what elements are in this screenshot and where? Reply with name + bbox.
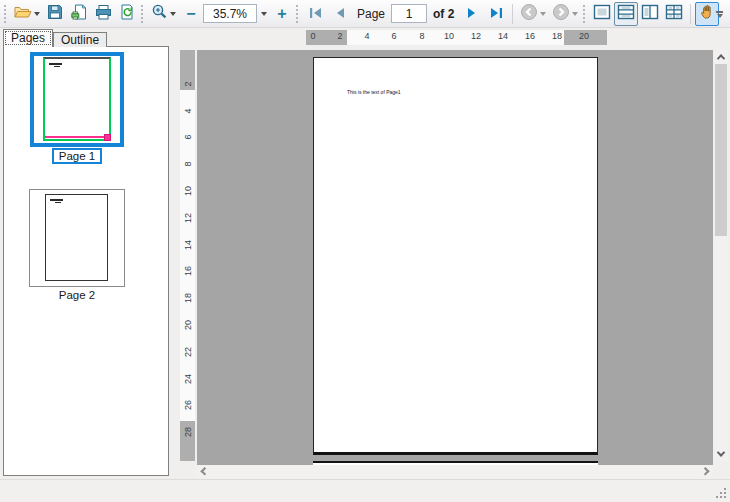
ruler-tick: 6 (384, 31, 404, 41)
ruler-tick: 18 (182, 291, 194, 306)
save-button[interactable] (43, 2, 67, 26)
zoom-in-icon: + (277, 6, 286, 22)
tab-pages[interactable]: Pages (3, 29, 53, 47)
continuous-view-icon (617, 4, 635, 24)
chevron-left-icon (200, 467, 208, 475)
toolbar-separator (690, 4, 691, 24)
previous-page-button[interactable] (327, 2, 351, 26)
facing-pages-view-button[interactable] (638, 2, 662, 26)
ruler-tick: 6 (182, 130, 194, 145)
zoom-input[interactable] (203, 4, 257, 23)
ruler-tick: 2 (330, 31, 350, 41)
ruler-tick: 12 (466, 31, 486, 41)
viewport-resize-handle[interactable] (104, 134, 111, 141)
zoom-out-button[interactable]: − (179, 2, 203, 26)
last-page-button[interactable] (484, 2, 508, 26)
ruler-tick: 8 (182, 157, 194, 172)
save-icon (47, 4, 63, 24)
tab-outline[interactable]: Outline (53, 32, 107, 47)
chevron-right-icon (701, 467, 709, 475)
horizontal-scrollbar[interactable] (197, 465, 713, 479)
page-2-thumbnail-page[interactable] (45, 194, 108, 281)
zoom-dropdown-caret (261, 12, 267, 16)
scroll-left-button[interactable] (197, 465, 211, 479)
ruler-tick: 18 (547, 31, 567, 41)
open-dropdown-caret[interactable] (34, 12, 40, 16)
scroll-right-button[interactable] (699, 465, 713, 479)
ruler-tick: 8 (412, 31, 432, 41)
last-page-icon (490, 5, 503, 23)
ruler-tick: 20 (574, 31, 594, 41)
scroll-down-button[interactable] (714, 447, 728, 461)
first-page-icon (309, 5, 322, 23)
ruler-tick: 10 (439, 31, 459, 41)
vertical-scrollbar[interactable] (714, 50, 728, 461)
pages-panel: Page 1 Page 2 (3, 46, 169, 476)
refresh-button[interactable] (115, 2, 139, 26)
refresh-document-icon (119, 4, 135, 24)
back-button[interactable] (517, 2, 549, 26)
scroll-up-button[interactable] (714, 50, 728, 64)
ruler-tick: 22 (182, 345, 194, 360)
page-2-thumbnail[interactable] (29, 189, 125, 287)
back-dropdown-caret[interactable] (540, 12, 546, 16)
continuous-facing-view-icon (665, 4, 683, 24)
sidebar-tabs: Pages Outline (3, 29, 107, 47)
forward-icon (552, 3, 570, 25)
forward-button[interactable] (549, 2, 581, 26)
window-resize-grip[interactable] (716, 488, 726, 498)
zoom-tool-button[interactable] (148, 2, 179, 26)
open-folder-icon (14, 4, 32, 24)
toolbar-gripper[interactable] (3, 5, 8, 23)
viewport-bottom-edge[interactable] (45, 136, 109, 138)
continuous-view-button[interactable] (614, 2, 638, 26)
forward-dropdown-caret[interactable] (572, 12, 578, 16)
page-setup-button[interactable] (67, 2, 91, 26)
toolbar-gripper[interactable] (582, 5, 587, 23)
zoom-dropdown-button[interactable] (257, 2, 270, 26)
ruler-tick: 12 (182, 211, 194, 226)
preview-canvas[interactable]: This is the text of Page1 (197, 50, 713, 465)
single-page-view-button[interactable] (590, 2, 614, 26)
chevron-up-icon (717, 54, 725, 62)
vertical-scrollbar-thumb[interactable] (715, 64, 727, 236)
toolbar-overflow-icon (716, 11, 723, 13)
ruler-tick: 0 (306, 31, 323, 41)
next-page-button[interactable] (460, 2, 484, 26)
page-count-label: of 2 (427, 7, 460, 21)
thumbnail-text-scribble (50, 199, 63, 201)
vertical-ruler: 2 4 6 8 10 12 14 16 18 20 22 24 26 28 (180, 50, 195, 461)
ruler-tick: 4 (182, 104, 194, 119)
single-page-view-icon (593, 4, 611, 24)
page-1-thumbnail[interactable] (30, 52, 124, 147)
thumbnail-text-scribble (49, 63, 62, 65)
toolbar-gripper[interactable] (140, 5, 145, 23)
zoom-tool-dropdown-caret[interactable] (170, 12, 176, 16)
ruler-tick: 14 (182, 238, 194, 253)
zoom-out-icon: − (186, 6, 195, 22)
ruler-tick: 4 (357, 31, 377, 41)
ruler-tick: 10 (182, 184, 194, 199)
toolbar-overflow-button[interactable] (712, 3, 727, 25)
continuous-facing-view-button[interactable] (662, 2, 686, 26)
document-page-1[interactable]: This is the text of Page1 (313, 57, 598, 455)
open-button[interactable] (11, 2, 43, 26)
page-2-thumbnail-label[interactable]: Page 2 (29, 289, 125, 301)
page-1-thumbnail-page[interactable] (43, 57, 111, 141)
horizontal-ruler: 0 2 4 6 8 10 12 14 16 18 20 (306, 30, 607, 45)
previous-page-icon (334, 5, 345, 23)
page-number-input[interactable] (391, 4, 427, 23)
toolbar-separator (512, 4, 513, 24)
back-icon (520, 3, 538, 25)
toolbar-overflow-caret (717, 14, 723, 18)
toolbar-gripper[interactable] (295, 5, 300, 23)
zoom-in-button[interactable]: + (270, 2, 294, 26)
print-button[interactable] (91, 2, 115, 26)
page-1-thumbnail-label[interactable]: Page 1 (52, 148, 102, 164)
ruler-tick: 28 (182, 425, 194, 440)
page-label: Page (351, 7, 391, 21)
ruler-tick: 24 (182, 372, 194, 387)
ruler-tick: 20 (182, 318, 194, 333)
ruler-tick: 2 (182, 77, 194, 92)
first-page-button[interactable] (303, 2, 327, 26)
